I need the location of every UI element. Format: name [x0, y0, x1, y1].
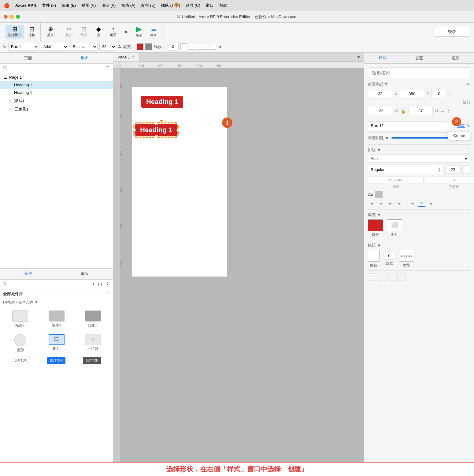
border-none-icon[interactable]: [203, 44, 209, 50]
app-name[interactable]: Axure RP 9: [15, 3, 36, 8]
tab-outline[interactable]: 概要: [57, 53, 113, 63]
comp-more-icon[interactable]: ⋮: [104, 281, 110, 288]
y-input[interactable]: [400, 90, 424, 98]
login-button[interactable]: 登录: [434, 27, 470, 37]
handle-tm[interactable]: [155, 122, 158, 125]
bold-icon[interactable]: Aa: [368, 192, 373, 197]
font-style-select[interactable]: Regular ▲▼: [368, 165, 443, 174]
canvas-tab-dropdown-icon[interactable]: ▼: [354, 55, 364, 60]
border-color-swatch-large[interactable]: [368, 250, 380, 262]
btn-dark-item[interactable]: BUTTON: [83, 357, 101, 364]
library-sub[interactable]: Default » 基本元件 ▼: [0, 299, 113, 306]
tree-heading1a[interactable]: — Heading 1: [0, 81, 113, 89]
border-color-swatch[interactable]: [180, 43, 187, 50]
select-mode-button[interactable]: ⊞ 选择模式: [6, 25, 24, 39]
tab-pages[interactable]: 页面: [0, 53, 57, 63]
handle-bm[interactable]: [155, 135, 158, 138]
menu-help[interactable]: 帮助: [219, 3, 227, 8]
canvas-tab-page1[interactable]: Page 1 ✕: [113, 53, 139, 61]
x-input[interactable]: [368, 90, 392, 98]
menu-file[interactable]: 文件 (F): [42, 3, 56, 8]
more-tools-button[interactable]: »: [123, 27, 129, 36]
close-button[interactable]: [4, 15, 8, 19]
tree-heading1b[interactable]: — Heading 1: [0, 89, 113, 96]
menu-window[interactable]: 窗口: [206, 3, 214, 8]
tree-shape[interactable]: ◇ (形状): [0, 96, 113, 105]
connect-button[interactable]: ⊡ 连接: [25, 25, 39, 39]
menu-account[interactable]: 账号 (C): [186, 3, 200, 8]
menu-team[interactable]: 团队 (T🐯): [161, 3, 180, 8]
line-height-input[interactable]: [368, 176, 424, 184]
menu-view[interactable]: 视图 (V): [81, 3, 96, 8]
filter-icon[interactable]: [106, 66, 110, 70]
fill-color-swatch-large[interactable]: [368, 219, 383, 231]
visibility-icon[interactable]: 👁: [466, 82, 470, 87]
border-dashed-icon[interactable]: [196, 44, 202, 50]
comp-search-input[interactable]: [9, 282, 90, 287]
handle-bl[interactable]: [133, 135, 136, 138]
tab-components[interactable]: 元件: [0, 269, 57, 279]
menu-publish[interactable]: 发布 (U): [141, 3, 156, 8]
toplayer-button[interactable]: ↑ 顶层: [106, 25, 120, 39]
widget-name-input[interactable]: [368, 67, 470, 78]
handle-ml[interactable]: [133, 129, 136, 132]
point-button[interactable]: ◆ 点: [92, 25, 105, 39]
menu-layout[interactable]: 布局 (A): [121, 3, 135, 8]
font-family-display[interactable]: Arial ∨: [368, 154, 470, 163]
border-arrow-icon[interactable]: [210, 44, 216, 50]
font-size-color-swatch[interactable]: [462, 165, 470, 173]
text-color-swatch[interactable]: [375, 191, 383, 198]
heading1-top[interactable]: Heading 1: [141, 96, 183, 108]
opacity-arrow[interactable]: ▼: [385, 136, 389, 140]
handle-br[interactable]: [176, 135, 179, 138]
element-name-select[interactable]: Box 1: [8, 43, 39, 51]
char-spacing-input[interactable]: [426, 176, 474, 184]
menu-project[interactable]: 项目 (P): [101, 3, 116, 8]
heading1-selected-group[interactable]: Heading 1: [135, 124, 178, 136]
cut-button[interactable]: ✂ 切割: [62, 25, 76, 39]
align-justify-icon[interactable]: ≡: [395, 200, 403, 207]
fit-v-icon[interactable]: ↕: [447, 109, 449, 113]
align-right-icon[interactable]: ≡: [386, 200, 394, 207]
font-family-select[interactable]: Arial: [41, 43, 68, 51]
align-center-icon[interactable]: ≡: [377, 200, 385, 207]
tab-interaction[interactable]: 交互: [401, 53, 438, 63]
btn-white-item[interactable]: BUTTON: [12, 357, 30, 364]
comp-rect3[interactable]: 矩形3: [76, 309, 110, 330]
valign-mid-icon[interactable]: ≡: [418, 200, 426, 207]
fill-gray-swatch[interactable]: [145, 43, 152, 50]
minimize-button[interactable]: [10, 15, 14, 19]
w-input[interactable]: [368, 107, 392, 115]
border-width-input[interactable]: [383, 252, 395, 260]
y2-input[interactable]: [431, 90, 447, 98]
preview-button[interactable]: ▶ 预览: [132, 24, 146, 39]
heading1-selected-box[interactable]: Heading 1: [135, 124, 178, 136]
fill-image-swatch[interactable]: ⬜: [387, 219, 402, 231]
outline-search-input[interactable]: [9, 65, 104, 70]
fill-color-swatch[interactable]: [137, 43, 143, 50]
menu-edit[interactable]: 编辑 (E): [61, 3, 76, 8]
font-size-select[interactable]: 22: [99, 43, 116, 51]
border-type-swatch-large[interactable]: [399, 250, 414, 262]
comp-circle[interactable]: 圆形: [3, 332, 37, 355]
canvas-page[interactable]: Heading 1 Heading 1: [132, 87, 227, 277]
comp-placeholder[interactable]: ✕ 占位符: [76, 332, 110, 355]
handle-mr[interactable]: [176, 129, 179, 132]
border-solid-icon[interactable]: [189, 44, 195, 50]
h-input[interactable]: [408, 107, 433, 115]
handle-tl[interactable]: [133, 122, 136, 125]
fill-arrow[interactable]: ▼: [377, 213, 381, 217]
font-style-select[interactable]: Regular: [70, 43, 98, 51]
handle-tr[interactable]: [176, 122, 179, 125]
maximize-button[interactable]: [16, 15, 20, 19]
comp-rect2[interactable]: 矩形2: [39, 309, 73, 330]
tree-triangle[interactable]: △ (三角形): [0, 105, 113, 113]
more-format-button[interactable]: »: [218, 43, 221, 50]
canvas-content[interactable]: Heading 1 Heading 1: [120, 69, 364, 462]
lock-icon[interactable]: 🔓: [401, 109, 406, 113]
border-width-input[interactable]: [168, 43, 179, 51]
comp-add-icon[interactable]: +: [91, 281, 95, 288]
canvas-tab-close-icon[interactable]: ✕: [132, 55, 135, 59]
style-name-input[interactable]: [368, 121, 455, 130]
valign-top-icon[interactable]: ≡: [409, 200, 417, 207]
